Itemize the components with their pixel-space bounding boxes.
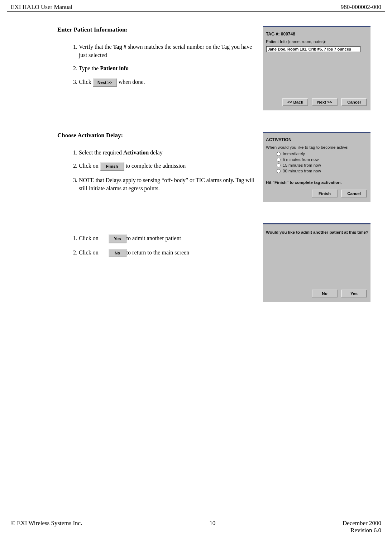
radio-5min[interactable]: 5 minutes from now (277, 157, 371, 162)
dialog-patient-info: TAG #: 000748 Patient Info (name, room, … (263, 26, 371, 110)
section-activation-delay: Choose Activation Delay: Select the requ… (57, 132, 371, 202)
radio-icon (277, 158, 281, 162)
section-admit-another: Click on Yesto admit another patient Cli… (57, 223, 371, 302)
step-1-1: Verify that the Tag # shown matches the … (79, 43, 256, 59)
dialog-activation-prompt: When would you like to tag to become act… (266, 145, 371, 149)
back-button[interactable]: << Back (282, 98, 308, 106)
yes-button[interactable]: Yes (341, 290, 367, 297)
radio-icon (277, 152, 281, 156)
step-1-3: Click Next >> when done. (79, 78, 256, 87)
cancel-button[interactable]: Cancel (341, 98, 367, 106)
finish-button-inline[interactable]: Finish (100, 162, 124, 171)
header-right: 980-000002-000 (341, 4, 381, 11)
yes-button-inline[interactable]: Yes (109, 234, 126, 243)
dialog-activation-title: ACTIVATION (266, 137, 371, 142)
finish-button[interactable]: Finish (312, 190, 338, 197)
radio-icon (277, 163, 281, 167)
footer-date: December 2000 (343, 520, 381, 526)
dialog-patient-info-label: Patient Info (name, room, notes): (266, 39, 371, 44)
radio-icon (277, 169, 281, 173)
next-button-inline[interactable]: Next >> (93, 78, 117, 87)
next-button[interactable]: Next >> (312, 98, 338, 106)
dialog-admit-another: Would you like to admit another patient … (263, 223, 371, 302)
radio-30min[interactable]: 30 minutes from now (277, 169, 371, 173)
step-2-2: Click on Finish to complete the admissio… (79, 162, 256, 171)
heading-activation-delay: Choose Activation Delay: (57, 132, 256, 139)
dialog-tag-label: TAG #: 000748 (266, 32, 371, 37)
radio-immediately[interactable]: Immediately (277, 152, 371, 156)
step-3-1: Click on Yesto admit another patient (79, 234, 256, 243)
heading-enter-patient: Enter Patient Information: (57, 26, 256, 33)
step-1-2: Type the Patient info (79, 64, 256, 72)
header-left: EXI HALO User Manual (11, 4, 72, 11)
no-button-inline[interactable]: No (109, 249, 126, 258)
section-enter-patient-info: Enter Patient Information: Verify that t… (57, 26, 371, 110)
footer-copyright: © EXI Wireless Systems Inc. (11, 520, 82, 534)
step-2-1: Select the required Activation delay (79, 148, 256, 157)
page-footer: © EXI Wireless Systems Inc. 10 December … (7, 515, 385, 534)
dialog-finish-hint: Hit "Finish" to complete tag activation. (266, 180, 371, 185)
header-rule (7, 11, 385, 12)
no-button[interactable]: No (312, 290, 338, 297)
dialog-admit-prompt: Would you like to admit another patient … (266, 230, 371, 234)
step-3-2: Click on Noto return to the main screen (79, 248, 256, 258)
footer-revision: Revision 6.0 (350, 527, 381, 534)
footer-page-number: 10 (209, 520, 215, 534)
patient-info-input[interactable]: Jane Doe, Room 101, Crib #5, 7 lbs 7 oun… (266, 46, 361, 52)
footer-rule (7, 518, 385, 518)
cancel-button[interactable]: Cancel (341, 190, 367, 197)
step-2-3: NOTE that Delays apply to sensing “off- … (79, 176, 256, 192)
dialog-activation: ACTIVATION When would you like to tag to… (263, 132, 371, 202)
radio-15min[interactable]: 15 minutes from now (277, 163, 371, 167)
